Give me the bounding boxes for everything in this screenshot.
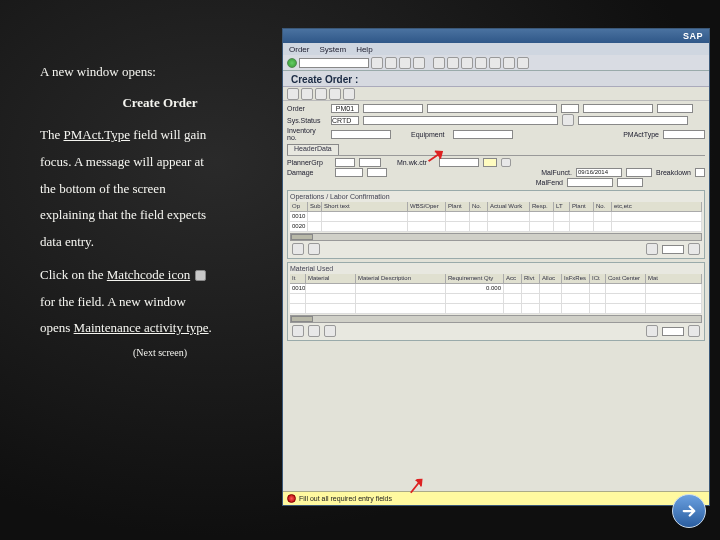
cell[interactable] (322, 222, 408, 231)
cancel-button[interactable] (413, 57, 425, 69)
cell-it[interactable]: 0010 (290, 284, 306, 293)
cell-op[interactable]: 0010 (290, 212, 308, 221)
ops-btn-3[interactable] (646, 243, 658, 255)
breakdown-checkbox[interactable] (695, 168, 705, 177)
app-btn-2[interactable] (301, 88, 313, 100)
cell[interactable] (570, 212, 594, 221)
cell[interactable] (554, 212, 570, 221)
cell[interactable] (594, 212, 612, 221)
app-btn-3[interactable] (315, 88, 327, 100)
cell[interactable] (606, 284, 646, 293)
save-button[interactable] (371, 57, 383, 69)
first-page-button[interactable] (461, 57, 473, 69)
cell[interactable] (612, 222, 702, 231)
cell[interactable] (594, 222, 612, 231)
find-button[interactable] (447, 57, 459, 69)
cell[interactable] (530, 222, 554, 231)
mat-btn-4[interactable] (646, 325, 658, 337)
menu-order[interactable]: Order (289, 45, 309, 53)
status-detail-button[interactable] (562, 114, 574, 126)
cell[interactable] (590, 294, 606, 303)
cell[interactable] (522, 304, 540, 313)
ops-btn-1[interactable] (292, 243, 304, 255)
order-desc-field[interactable] (427, 104, 557, 113)
malfunc-start-field[interactable]: 09/16/2014 (576, 168, 622, 177)
material-row[interactable]: 0010 0.000 (290, 284, 702, 294)
cell[interactable] (562, 304, 590, 313)
ops-btn-2[interactable] (308, 243, 320, 255)
cell[interactable] (530, 212, 554, 221)
equipment-field[interactable] (453, 130, 513, 139)
order-number-field[interactable] (363, 104, 423, 113)
print-button[interactable] (433, 57, 445, 69)
cell[interactable] (504, 294, 522, 303)
plannergrp-field[interactable] (335, 158, 355, 167)
cell[interactable] (470, 212, 488, 221)
cell[interactable] (504, 284, 522, 293)
cell[interactable] (590, 284, 606, 293)
cell[interactable] (606, 304, 646, 313)
cell[interactable] (470, 222, 488, 231)
ops-entry[interactable] (662, 245, 684, 254)
menu-help[interactable]: Help (356, 45, 372, 53)
cell[interactable] (562, 294, 590, 303)
operations-row[interactable]: 0020 (290, 222, 702, 232)
cell[interactable] (646, 284, 702, 293)
damage-field1[interactable] (335, 168, 363, 177)
cell[interactable] (290, 304, 306, 313)
cell[interactable] (570, 222, 594, 231)
mnwkctr-field[interactable] (439, 158, 479, 167)
cell-op[interactable]: 0020 (290, 222, 308, 231)
cell[interactable] (522, 294, 540, 303)
sap-menubar[interactable]: Order System Help (283, 43, 709, 55)
operations-row[interactable]: 0010 (290, 212, 702, 222)
tab-headerdata[interactable]: HeaderData (287, 144, 339, 155)
scroll-thumb[interactable] (291, 316, 313, 322)
cell[interactable] (308, 212, 322, 221)
cell[interactable] (446, 212, 470, 221)
cell[interactable] (446, 222, 470, 231)
mat-btn-3[interactable] (324, 325, 336, 337)
pmacttype-field[interactable] (483, 158, 497, 167)
mat-entry[interactable] (662, 327, 684, 336)
order-right-field[interactable] (657, 104, 693, 113)
damage-field2[interactable] (367, 168, 387, 177)
cell[interactable] (408, 212, 446, 221)
cell[interactable] (306, 304, 356, 313)
cell[interactable] (540, 284, 562, 293)
cell[interactable] (446, 294, 504, 303)
order-type-field[interactable]: PM01 (331, 104, 359, 113)
cell[interactable] (306, 294, 356, 303)
cell[interactable] (590, 304, 606, 313)
order-info-field[interactable] (583, 104, 653, 113)
cell[interactable] (522, 284, 540, 293)
cell[interactable] (612, 212, 702, 221)
cell[interactable] (356, 284, 446, 293)
malfunc-end-field[interactable] (567, 178, 613, 187)
material-scroll[interactable] (290, 315, 702, 323)
back-button[interactable] (385, 57, 397, 69)
cell[interactable] (290, 294, 306, 303)
app-btn-4[interactable] (329, 88, 341, 100)
command-field[interactable] (299, 58, 369, 68)
cell[interactable] (408, 222, 446, 231)
cell[interactable] (646, 294, 702, 303)
ops-btn-4[interactable] (688, 243, 700, 255)
cell[interactable] (646, 304, 702, 313)
cell[interactable] (322, 212, 408, 221)
scroll-thumb[interactable] (291, 234, 313, 240)
cell[interactable] (540, 294, 562, 303)
cell[interactable] (540, 304, 562, 313)
enter-button[interactable] (287, 58, 297, 68)
pmact-header-field[interactable] (663, 130, 705, 139)
cell[interactable] (488, 222, 530, 231)
next-page-button[interactable] (489, 57, 501, 69)
app-btn-5[interactable] (343, 88, 355, 100)
malfunc-start-time[interactable] (626, 168, 652, 177)
mat-btn-1[interactable] (292, 325, 304, 337)
inventory-field[interactable] (331, 130, 391, 139)
cell[interactable] (554, 222, 570, 231)
cell[interactable] (562, 284, 590, 293)
exit-button[interactable] (399, 57, 411, 69)
malfunc-end-time[interactable] (617, 178, 643, 187)
